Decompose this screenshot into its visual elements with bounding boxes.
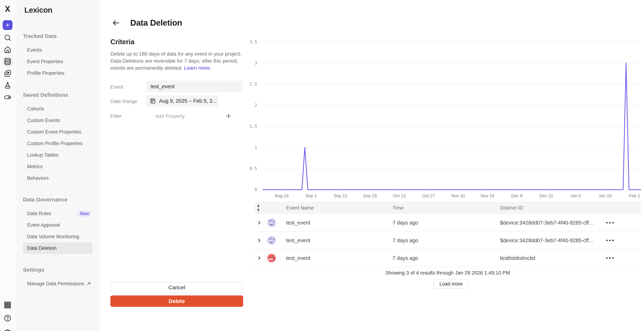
sidebar-item-events[interactable]: Events bbox=[27, 44, 100, 56]
experiments-flask-icon[interactable] bbox=[4, 82, 11, 89]
row-menu-button[interactable] bbox=[606, 254, 617, 262]
svg-text:Oct 13: Oct 13 bbox=[393, 193, 406, 198]
svg-text:Nov 10: Nov 10 bbox=[451, 193, 465, 198]
svg-text:Feb 2: Feb 2 bbox=[629, 193, 640, 198]
filter-field-label: Filter bbox=[110, 113, 122, 119]
column-header-distinct-id[interactable]: Distinct ID bbox=[500, 205, 523, 211]
svg-text:2.5: 2.5 bbox=[250, 82, 257, 87]
criteria-description: Delete up to 180 days of data for any ev… bbox=[110, 50, 242, 72]
add-filter-button[interactable] bbox=[225, 113, 232, 120]
expand-row-button[interactable] bbox=[256, 238, 262, 243]
sidebar-item-custom-events[interactable]: Custom Events bbox=[27, 115, 100, 126]
date-range-field-label: Date Range bbox=[110, 99, 137, 104]
time-cell: 7 days ago bbox=[392, 255, 418, 261]
sidebar-item-data-volume-monitoring[interactable]: Data Volume Monitoring bbox=[27, 231, 100, 242]
events-table: Event Name Time Distinct ID test_event 7… bbox=[254, 202, 642, 267]
data-management-icon[interactable] bbox=[4, 58, 11, 65]
help-icon[interactable] bbox=[4, 314, 11, 322]
lexicon-sidebar: Lexicon Tracked Data Events Event Proper… bbox=[16, 0, 100, 331]
svg-text:Sep 1: Sep 1 bbox=[306, 193, 317, 198]
svg-text:Nov 24: Nov 24 bbox=[480, 193, 494, 198]
section-tracked-data: Tracked Data Events Event Properties Pro… bbox=[16, 33, 100, 79]
criteria-heading: Criteria bbox=[110, 38, 134, 46]
event-name-cell: test_event bbox=[286, 237, 310, 243]
section-heading: Tracked Data bbox=[23, 33, 100, 39]
event-name-cell: test_event bbox=[286, 255, 310, 261]
feature-flags-toggle-icon[interactable] bbox=[4, 94, 11, 101]
create-button[interactable] bbox=[3, 20, 12, 30]
svg-text:Sep 29: Sep 29 bbox=[363, 193, 377, 198]
sidebar-item-lookup-tables[interactable]: Lookup Tables bbox=[27, 149, 100, 161]
expand-row-button[interactable] bbox=[256, 255, 262, 261]
apps-grid-icon[interactable] bbox=[4, 301, 11, 309]
section-heading: Saved Definitions bbox=[23, 92, 100, 98]
results-summary: Showing 3 of 4 results through Jan 29 20… bbox=[254, 270, 642, 276]
chevron-right-icon bbox=[256, 220, 262, 225]
event-name-cell: test_event bbox=[286, 220, 310, 226]
sidebar-item-event-properties[interactable]: Event Properties bbox=[27, 56, 100, 67]
cancel-button[interactable]: Cancel bbox=[110, 282, 243, 293]
column-header-time[interactable]: Time bbox=[392, 205, 404, 211]
svg-text:1: 1 bbox=[254, 145, 257, 150]
expand-row-button[interactable] bbox=[256, 220, 262, 225]
calendar-icon bbox=[150, 98, 156, 104]
mixpanel-logo-icon[interactable] bbox=[4, 5, 11, 13]
time-cell: 7 days ago bbox=[392, 220, 418, 226]
sidebar-item-data-rules[interactable]: Data Rules New bbox=[27, 208, 91, 219]
table-row: test_event 7 days ago $device:3428dd07-3… bbox=[254, 232, 642, 249]
app-rail bbox=[0, 0, 17, 331]
date-range-picker[interactable]: Aug 9, 2025 – Feb 5, 2... bbox=[146, 95, 218, 107]
home-icon[interactable] bbox=[4, 46, 11, 54]
sidebar-item-behaviors[interactable]: Behaviors bbox=[27, 172, 100, 184]
event-select-value: test_event bbox=[150, 84, 174, 90]
column-header-event-name[interactable]: Event Name bbox=[286, 205, 314, 211]
new-badge: New bbox=[78, 210, 91, 217]
sidebar-item-data-deletion[interactable]: Data Deletion bbox=[23, 242, 92, 254]
sidebar-item-label: Data Rules bbox=[27, 208, 51, 219]
search-icon[interactable] bbox=[4, 34, 11, 42]
settings-gear-icon[interactable] bbox=[4, 329, 11, 331]
add-property-placeholder[interactable]: Add Property bbox=[155, 113, 184, 119]
user-avatar bbox=[267, 236, 276, 245]
section-data-governance: Data Governance Data Rules New Event App… bbox=[16, 197, 100, 254]
boards-icon[interactable] bbox=[4, 70, 11, 77]
sidebar-item-manage-data-permissions[interactable]: Manage Data Permissions bbox=[27, 278, 91, 289]
sidebar-item-profile-properties[interactable]: Profile Properties bbox=[27, 67, 100, 79]
section-heading: Settings bbox=[23, 267, 100, 272]
delete-button[interactable]: Delete bbox=[110, 295, 243, 307]
svg-text:0.5: 0.5 bbox=[250, 166, 257, 171]
plus-icon bbox=[225, 113, 232, 120]
event-select[interactable]: test_event bbox=[146, 81, 243, 92]
svg-text:1.5: 1.5 bbox=[250, 124, 257, 129]
sidebar-title: Lexicon bbox=[24, 6, 52, 15]
svg-text:Jan 19: Jan 19 bbox=[598, 193, 612, 198]
distinct-id-link[interactable]: $device:3428dd07-3eb7-4f40-8285-cff... bbox=[500, 237, 593, 243]
distinct-id-link[interactable]: testlistdistinctid bbox=[500, 255, 535, 261]
sort-toggle[interactable] bbox=[256, 204, 260, 212]
sidebar-item-event-approval[interactable]: Event Approval bbox=[27, 219, 100, 231]
sidebar-item-label: Manage Data Permissions bbox=[27, 278, 84, 289]
row-menu-button[interactable] bbox=[606, 219, 617, 226]
load-more-button[interactable]: Load more bbox=[434, 279, 468, 288]
back-button[interactable] bbox=[112, 19, 120, 27]
chevron-right-icon bbox=[256, 255, 262, 261]
date-range-value: Aug 9, 2025 – Feb 5, 2... bbox=[159, 98, 217, 104]
section-settings: Settings Manage Data Permissions bbox=[16, 267, 100, 289]
row-menu-button[interactable] bbox=[606, 237, 617, 244]
sidebar-item-custom-event-properties[interactable]: Custom Event Properties bbox=[27, 126, 100, 138]
sidebar-item-metrics[interactable]: Metrics bbox=[27, 161, 100, 172]
distinct-id-link[interactable]: $device:3428dd07-3eb7-4f40-8285-cff... bbox=[500, 220, 593, 226]
sort-arrows-icon bbox=[256, 204, 260, 212]
sidebar-item-custom-profile-properties[interactable]: Custom Profile Properties bbox=[27, 138, 100, 149]
user-avatar bbox=[267, 219, 276, 227]
plus-icon bbox=[5, 23, 10, 28]
chevron-right-icon bbox=[256, 238, 262, 243]
svg-text:3.5: 3.5 bbox=[250, 40, 257, 44]
learn-more-link[interactable]: Learn more. bbox=[184, 65, 211, 71]
sidebar-item-cohorts[interactable]: Cohorts bbox=[27, 103, 100, 115]
event-field-label: Event bbox=[110, 84, 124, 90]
time-cell: 7 days ago bbox=[392, 237, 418, 243]
svg-text:Aug 18: Aug 18 bbox=[275, 193, 289, 198]
svg-text:0: 0 bbox=[254, 187, 257, 192]
svg-text:3: 3 bbox=[254, 61, 257, 65]
